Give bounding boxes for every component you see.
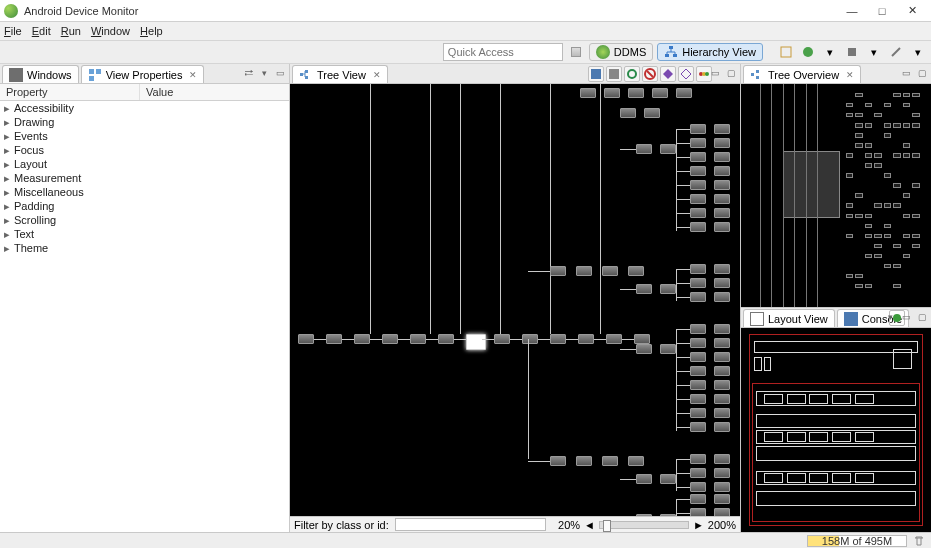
open-perspective-button[interactable] [567, 43, 585, 61]
view-node[interactable] [690, 454, 706, 464]
view-node[interactable] [690, 264, 706, 274]
layout-view-canvas[interactable] [741, 328, 931, 532]
view-node[interactable] [634, 334, 650, 344]
layout-rect[interactable] [787, 394, 806, 404]
view-node[interactable] [660, 514, 676, 516]
tab-view-properties[interactable]: View Properties ✕ [81, 65, 205, 83]
view-node[interactable] [714, 380, 730, 390]
maximize-view-icon[interactable]: ▢ [915, 66, 929, 80]
view-node[interactable] [714, 338, 730, 348]
layout-rect[interactable] [893, 349, 912, 369]
minimize-button[interactable]: ― [837, 2, 867, 20]
property-item[interactable]: ▸Focus [0, 143, 289, 157]
view-node[interactable] [636, 144, 652, 154]
request-layout-button[interactable] [660, 66, 676, 82]
view-node[interactable] [714, 194, 730, 204]
toolbar-btn-2[interactable] [799, 43, 817, 61]
maximize-view-icon[interactable]: ▢ [724, 66, 738, 80]
view-node[interactable] [606, 334, 622, 344]
tab-layout-view[interactable]: Layout View [743, 309, 835, 327]
view-node[interactable] [690, 222, 706, 232]
property-item[interactable]: ▸Miscellaneous [0, 185, 289, 199]
col-value[interactable]: Value [140, 84, 289, 100]
layout-rect[interactable] [809, 432, 828, 442]
layout-rect[interactable] [855, 473, 874, 483]
heap-meter[interactable]: 158M of 495M [807, 535, 907, 547]
zoom-out-icon[interactable]: ◄ [584, 519, 595, 531]
perspective-ddms[interactable]: DDMS [589, 43, 653, 61]
layout-rect[interactable] [787, 473, 806, 483]
view-node[interactable] [652, 88, 668, 98]
layout-rect[interactable] [764, 432, 783, 442]
view-node[interactable] [714, 222, 730, 232]
view-node[interactable] [676, 88, 692, 98]
view-node[interactable] [714, 494, 730, 504]
expand-icon[interactable]: ▸ [4, 130, 14, 143]
layout-rect[interactable] [764, 357, 772, 371]
expand-icon[interactable]: ▸ [4, 116, 14, 129]
view-node[interactable] [714, 394, 730, 404]
view-node[interactable] [690, 180, 706, 190]
expand-icon[interactable]: ▸ [4, 144, 14, 157]
expand-icon[interactable]: ▸ [4, 242, 14, 255]
view-node[interactable] [576, 266, 592, 276]
toolbar-btn-4[interactable] [887, 43, 905, 61]
view-node[interactable] [326, 334, 342, 344]
view-node[interactable] [714, 352, 730, 362]
expand-icon[interactable]: ▸ [4, 158, 14, 171]
menu-file[interactable]: File [4, 25, 22, 37]
view-node[interactable] [690, 394, 706, 404]
view-node[interactable] [644, 108, 660, 118]
minimize-view-icon[interactable]: ▭ [899, 310, 913, 324]
view-node[interactable] [714, 422, 730, 432]
expand-icon[interactable]: ▸ [4, 200, 14, 213]
menu-help[interactable]: Help [140, 25, 163, 37]
property-item[interactable]: ▸Scrolling [0, 213, 289, 227]
toolbar-btn-3[interactable] [843, 43, 861, 61]
toolbar-btn-1[interactable] [777, 43, 795, 61]
property-item[interactable]: ▸Text [0, 227, 289, 241]
perspective-hierarchy[interactable]: Hierarchy View [657, 43, 763, 61]
view-node[interactable] [690, 278, 706, 288]
zoom-in-icon[interactable]: ► [693, 519, 704, 531]
tab-windows[interactable]: Windows [2, 65, 79, 83]
view-node[interactable] [714, 152, 730, 162]
layout-rect[interactable] [855, 394, 874, 404]
view-node[interactable] [660, 344, 676, 354]
filter-input[interactable] [395, 518, 546, 531]
maximize-button[interactable]: □ [867, 2, 897, 20]
view-node[interactable] [382, 334, 398, 344]
view-node[interactable] [522, 334, 538, 344]
gc-button[interactable] [913, 535, 925, 547]
view-node[interactable] [714, 324, 730, 334]
layout-rect[interactable] [832, 394, 851, 404]
expand-icon[interactable]: ▸ [4, 172, 14, 185]
view-node[interactable] [636, 474, 652, 484]
layout-rect[interactable] [754, 357, 762, 371]
view-node[interactable] [602, 266, 618, 276]
layout-rect[interactable] [855, 432, 874, 442]
view-node[interactable] [628, 88, 644, 98]
layout-rect[interactable] [832, 432, 851, 442]
view-node[interactable] [628, 456, 644, 466]
property-item[interactable]: ▸Drawing [0, 115, 289, 129]
minimize-view-icon[interactable]: ▭ [899, 66, 913, 80]
minimize-view-icon[interactable]: ▭ [273, 66, 287, 80]
invalidate-button[interactable] [642, 66, 658, 82]
view-node[interactable] [690, 380, 706, 390]
toolbar-dropdown-1[interactable]: ▾ [821, 43, 839, 61]
view-node[interactable] [714, 278, 730, 288]
view-node[interactable] [578, 334, 594, 344]
view-node[interactable] [690, 208, 706, 218]
maximize-view-icon[interactable]: ▢ [915, 310, 929, 324]
view-node[interactable] [714, 468, 730, 478]
layout-rect[interactable] [832, 473, 851, 483]
view-node[interactable] [576, 456, 592, 466]
view-node[interactable] [628, 266, 644, 276]
view-node[interactable] [714, 408, 730, 418]
view-node[interactable] [550, 334, 566, 344]
property-item[interactable]: ▸Accessibility [0, 101, 289, 115]
layout-rect[interactable] [809, 473, 828, 483]
layout-rect[interactable] [756, 491, 916, 505]
zoom-slider[interactable] [599, 521, 689, 529]
